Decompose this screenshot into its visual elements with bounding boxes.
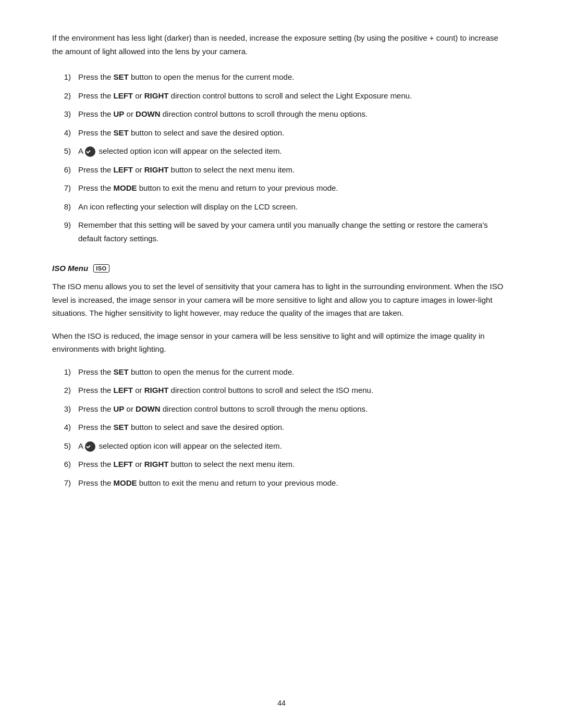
page-number: 44: [277, 699, 286, 707]
intro-paragraph: If the environment has less light (darke…: [52, 31, 511, 58]
list-number: 4): [52, 421, 78, 434]
list-item: 3) Press the UP or DOWN direction contro…: [52, 107, 511, 121]
list-content: A selected option icon will appear on th…: [78, 144, 511, 158]
checkmark-icon: [85, 441, 95, 452]
list-item: 3) Press the UP or DOWN direction contro…: [52, 402, 511, 416]
list-content: Press the SET button to select and save …: [78, 421, 511, 434]
iso-numbered-list: 1) Press the SET button to open the menu…: [52, 365, 511, 490]
list-item: 9) Remember that this setting will be sa…: [52, 218, 511, 245]
first-numbered-list: 1) Press the SET button to open the menu…: [52, 70, 511, 245]
list-content: Press the SET button to open the menus f…: [78, 70, 511, 84]
list-number: 4): [52, 126, 78, 140]
list-item: 6) Press the LEFT or RIGHT button to sel…: [52, 163, 511, 177]
list-number: 1): [52, 70, 78, 84]
list-content: Remember that this setting will be saved…: [78, 218, 511, 245]
list-content: Press the SET button to select and save …: [78, 126, 511, 140]
iso-section-heading: ISO Menu ISO: [52, 264, 511, 273]
checkmark-icon: [85, 146, 95, 157]
list-item: 1) Press the SET button to open the menu…: [52, 365, 511, 379]
list-content: Press the MODE button to exit the menu a…: [78, 181, 511, 195]
list-content: Press the LEFT or RIGHT button to select…: [78, 458, 511, 471]
list-item: 4) Press the SET button to select and sa…: [52, 126, 511, 140]
list-number: 9): [52, 218, 78, 245]
list-item: 6) Press the LEFT or RIGHT button to sel…: [52, 458, 511, 471]
list-number: 3): [52, 107, 78, 121]
list-item: 7) Press the MODE button to exit the men…: [52, 181, 511, 195]
list-content: Press the MODE button to exit the menu a…: [78, 476, 511, 490]
list-item: 1) Press the SET button to open the menu…: [52, 70, 511, 84]
list-number: 6): [52, 163, 78, 177]
list-content: Press the LEFT or RIGHT direction contro…: [78, 89, 511, 103]
list-number: 7): [52, 181, 78, 195]
list-content: Press the UP or DOWN direction control b…: [78, 107, 511, 121]
list-number: 1): [52, 365, 78, 379]
list-item: 8) An icon reflecting your selection wil…: [52, 200, 511, 214]
list-number: 2): [52, 384, 78, 397]
list-content: Press the SET button to open the menus f…: [78, 365, 511, 379]
list-number: 5): [52, 439, 78, 453]
list-item: 5) A selected option icon will appear on…: [52, 144, 511, 158]
list-number: 5): [52, 144, 78, 158]
list-item: 5) A selected option icon will appear on…: [52, 439, 511, 453]
list-content: Press the UP or DOWN direction control b…: [78, 402, 511, 416]
list-item: 4) Press the SET button to select and sa…: [52, 421, 511, 434]
page: If the environment has less light (darke…: [0, 0, 563, 728]
list-item: 2) Press the LEFT or RIGHT direction con…: [52, 89, 511, 103]
list-content: Press the LEFT or RIGHT direction contro…: [78, 384, 511, 397]
list-content: Press the LEFT or RIGHT button to select…: [78, 163, 511, 177]
list-number: 3): [52, 402, 78, 416]
list-number: 7): [52, 476, 78, 490]
list-number: 2): [52, 89, 78, 103]
list-item: 7) Press the MODE button to exit the men…: [52, 476, 511, 490]
list-item: 2) Press the LEFT or RIGHT direction con…: [52, 384, 511, 397]
list-number: 8): [52, 200, 78, 214]
iso-paragraph-1: The ISO menu allows you to set the level…: [52, 280, 511, 320]
iso-badge: ISO: [93, 264, 109, 273]
list-content: A selected option icon will appear on th…: [78, 439, 511, 453]
iso-heading-text: ISO Menu: [52, 264, 88, 273]
list-content: An icon reflecting your selection will d…: [78, 200, 511, 214]
list-number: 6): [52, 458, 78, 471]
iso-paragraph-2: When the ISO is reduced, the image senso…: [52, 329, 511, 356]
